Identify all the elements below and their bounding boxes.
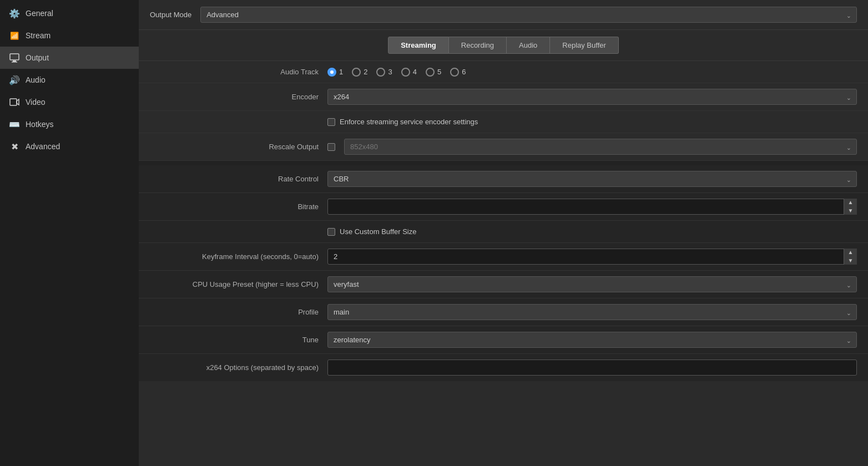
enforce-row: Enforce streaming service encoder settin…: [139, 111, 868, 133]
radio-track-1[interactable]: 1: [327, 68, 343, 77]
x264-options-input[interactable]: [327, 359, 857, 376]
bitrate-spinbox: 1200 ▲ ▼: [327, 199, 857, 215]
advanced-icon: ✖: [9, 141, 20, 152]
svg-rect-3: [10, 99, 17, 105]
profile-label: Profile: [150, 308, 327, 316]
sidebar-item-output[interactable]: Output: [0, 47, 139, 69]
bitrate-up-btn[interactable]: ▲: [844, 199, 857, 207]
custom-buffer-row: Use Custom Buffer Size: [139, 221, 868, 243]
general-icon: ⚙️: [9, 8, 20, 19]
cpu-preset-select-wrapper: ultrafast superfast veryfast faster fast…: [327, 276, 857, 292]
encoder-select-wrapper: x264 NVENC H.264 AMD HW H.264: [327, 89, 857, 105]
tab-recording[interactable]: Recording: [449, 37, 507, 54]
cpu-preset-label: CPU Usage Preset (higher = less CPU): [150, 280, 327, 288]
sidebar-label-advanced: Advanced: [26, 142, 60, 151]
radio-track-5[interactable]: 5: [426, 68, 441, 77]
x264-options-row: x264 Options (separated by space): [139, 354, 868, 381]
tune-row: Tune none film animation grain stillimag…: [139, 326, 868, 354]
profile-select-wrapper: baseline main high: [327, 304, 857, 320]
section-spacer: [139, 161, 868, 165]
stream-icon: 📶: [9, 30, 20, 41]
sidebar-label-output: Output: [26, 53, 49, 62]
sidebar-item-general[interactable]: ⚙️ General: [0, 2, 139, 24]
svg-rect-2: [12, 62, 17, 63]
radio-circle-1: [327, 68, 336, 77]
sidebar-label-stream: Stream: [26, 31, 51, 40]
rate-control-select-wrapper: CBR VBR ABR CRF CQP: [327, 171, 857, 187]
output-mode-row: Output Mode Simple Advanced: [139, 0, 868, 30]
rescale-label: Rescale Output: [150, 143, 327, 151]
output-mode-label: Output Mode: [150, 11, 191, 19]
bitrate-spinbox-btns: ▲ ▼: [844, 199, 857, 215]
custom-buffer-checkbox-row[interactable]: Use Custom Buffer Size: [327, 227, 857, 236]
svg-rect-1: [13, 60, 16, 62]
radio-circle-5: [426, 68, 435, 77]
radio-track-3[interactable]: 3: [376, 68, 392, 77]
radio-circle-2: [352, 68, 361, 77]
tab-audio[interactable]: Audio: [507, 37, 550, 54]
sidebar-label-video: Video: [26, 98, 46, 107]
tune-select-wrapper: none film animation grain stillimage fas…: [327, 332, 857, 348]
bitrate-row: Bitrate 1200 ▲ ▼: [139, 193, 868, 221]
radio-track-6[interactable]: 6: [450, 68, 466, 77]
radio-track-4[interactable]: 4: [401, 68, 417, 77]
rescale-select[interactable]: 852x480 1280x720 1920x1080: [344, 139, 857, 155]
keyframe-input[interactable]: [327, 249, 857, 265]
video-icon: [9, 97, 20, 108]
keyframe-up-btn[interactable]: ▲: [844, 249, 857, 257]
rescale-checkbox[interactable]: [327, 143, 335, 151]
sidebar-item-video[interactable]: Video: [0, 91, 139, 113]
output-mode-select-wrapper: Simple Advanced: [200, 7, 857, 23]
audio-track-row: Audio Track 1 2 3 4: [139, 61, 868, 83]
sidebar-item-advanced[interactable]: ✖ Advanced: [0, 135, 139, 158]
rescale-controls: 852x480 1280x720 1920x1080: [327, 139, 857, 155]
custom-buffer-checkbox[interactable]: [327, 228, 335, 236]
output-mode-select[interactable]: Simple Advanced: [200, 7, 857, 23]
encoder-row: Encoder x264 NVENC H.264 AMD HW H.264: [139, 83, 868, 111]
x264-options-label: x264 Options (separated by space): [150, 363, 327, 372]
cpu-preset-select[interactable]: ultrafast superfast veryfast faster fast…: [327, 276, 857, 292]
sidebar-label-audio: Audio: [26, 75, 46, 84]
enforce-checkbox-row[interactable]: Enforce streaming service encoder settin…: [327, 118, 857, 126]
sidebar-label-general: General: [26, 9, 53, 18]
keyframe-row: Keyframe Interval (seconds, 0=auto) ▲ ▼: [139, 243, 868, 271]
hotkeys-icon: ⌨️: [9, 119, 20, 130]
svg-rect-0: [10, 54, 19, 60]
form-area: Audio Track 1 2 3 4: [139, 61, 868, 392]
sidebar-item-hotkeys[interactable]: ⌨️ Hotkeys: [0, 113, 139, 135]
profile-select[interactable]: baseline main high: [327, 304, 857, 320]
rescale-row: Rescale Output 852x480 1280x720 1920x108…: [139, 133, 868, 161]
audio-icon: 🔊: [9, 74, 20, 85]
keyframe-spinbox: ▲ ▼: [327, 249, 857, 265]
radio-circle-3: [376, 68, 385, 77]
tune-label: Tune: [150, 336, 327, 344]
keyframe-label: Keyframe Interval (seconds, 0=auto): [150, 252, 327, 261]
sidebar-item-stream[interactable]: 📶 Stream: [0, 24, 139, 47]
sidebar: ⚙️ General 📶 Stream Output 🔊 Audio Video: [0, 0, 139, 466]
keyframe-spinbox-btns: ▲ ▼: [844, 249, 857, 265]
custom-buffer-label: Use Custom Buffer Size: [340, 227, 416, 236]
audio-tracks: 1 2 3 4 5: [327, 68, 857, 77]
tabs-row: Streaming Recording Audio Replay Buffer: [139, 30, 868, 61]
enforce-checkbox[interactable]: [327, 118, 335, 126]
keyframe-down-btn[interactable]: ▼: [844, 257, 857, 265]
bitrate-down-btn[interactable]: ▼: [844, 207, 857, 215]
sidebar-item-audio[interactable]: 🔊 Audio: [0, 69, 139, 91]
tab-replay-buffer[interactable]: Replay Buffer: [550, 37, 619, 54]
profile-row: Profile baseline main high: [139, 298, 868, 326]
output-icon: [9, 52, 20, 63]
bitrate-label: Bitrate: [150, 202, 327, 211]
main-content: Output Mode Simple Advanced Streaming Re…: [139, 0, 868, 466]
encoder-label: Encoder: [150, 93, 327, 101]
tune-select[interactable]: none film animation grain stillimage fas…: [327, 332, 857, 348]
sidebar-label-hotkeys: Hotkeys: [26, 120, 54, 129]
cpu-preset-row: CPU Usage Preset (higher = less CPU) ult…: [139, 271, 868, 298]
encoder-select[interactable]: x264 NVENC H.264 AMD HW H.264: [327, 89, 857, 105]
rescale-select-wrapper: 852x480 1280x720 1920x1080: [344, 139, 857, 155]
rate-control-select[interactable]: CBR VBR ABR CRF CQP: [327, 171, 857, 187]
tab-streaming[interactable]: Streaming: [388, 37, 449, 54]
radio-track-2[interactable]: 2: [352, 68, 367, 77]
bitrate-input[interactable]: 1200: [327, 199, 857, 215]
radio-circle-6: [450, 68, 459, 77]
enforce-label: Enforce streaming service encoder settin…: [340, 118, 478, 126]
